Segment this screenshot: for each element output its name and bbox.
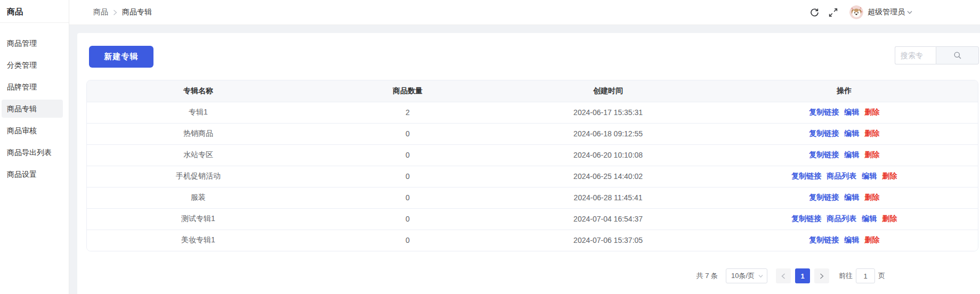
search-button[interactable] <box>936 46 979 64</box>
breadcrumb-current: 商品专辑 <box>122 7 152 17</box>
table-row: 水站专区 0 2024-06-20 10:10:08 复制链接编辑删除 <box>87 144 978 166</box>
chevron-left-icon <box>781 273 785 279</box>
delete-action[interactable]: 删除 <box>864 150 879 159</box>
product-count-cell: 0 <box>310 208 506 230</box>
create-album-button[interactable]: 新建专辑 <box>89 46 153 68</box>
user-menu[interactable]: 超级管理员 <box>868 7 912 17</box>
table-row: 美妆专辑1 0 2024-07-06 15:37:05 复制链接编辑删除 <box>87 230 978 251</box>
copy-link-action[interactable]: 复制链接 <box>809 150 839 159</box>
edit-action[interactable]: 编辑 <box>862 172 877 180</box>
album-name-cell: 水站专区 <box>87 144 310 166</box>
actions-cell: 复制链接编辑删除 <box>710 230 978 251</box>
album-name-cell: 专辑1 <box>87 102 310 123</box>
product-count-cell: 0 <box>310 187 506 208</box>
sidebar-item-goods-management[interactable]: 商品管理 <box>0 32 69 54</box>
breadcrumb-root[interactable]: 商品 <box>93 7 108 17</box>
delete-action[interactable]: 删除 <box>864 108 879 116</box>
actions-cell: 复制链接编辑删除 <box>710 123 978 144</box>
chevron-down-icon <box>907 10 912 14</box>
created-time-cell: 2024-06-20 10:10:08 <box>506 144 711 166</box>
product-count-cell: 0 <box>310 144 506 166</box>
user-avatar[interactable] <box>849 5 863 19</box>
topbar-actions: 超级管理员 <box>809 5 980 19</box>
copy-link-action[interactable]: 复制链接 <box>791 172 821 180</box>
chevron-right-icon <box>820 273 824 279</box>
created-time-cell: 2024-06-17 15:35:31 <box>506 102 711 123</box>
created-time-cell: 2024-07-06 15:37:05 <box>506 230 711 251</box>
search-input[interactable] <box>895 46 936 64</box>
product-list-action[interactable]: 商品列表 <box>827 214 856 223</box>
album-name-cell: 测试专辑1 <box>87 208 310 230</box>
table-row: 热销商品 0 2024-06-18 09:12:55 复制链接编辑删除 <box>87 123 978 144</box>
edit-action[interactable]: 编辑 <box>862 214 877 223</box>
edit-action[interactable]: 编辑 <box>844 150 859 159</box>
goto-page-input[interactable] <box>856 268 875 283</box>
sidebar-menu: 商品管理 分类管理 品牌管理 商品专辑 商品审核 商品导出列表 商品设置 <box>0 23 69 185</box>
column-header-product-count: 商品数量 <box>310 80 506 102</box>
copy-link-action[interactable]: 复制链接 <box>809 193 839 201</box>
created-time-cell: 2024-06-28 11:45:41 <box>506 187 711 208</box>
actions-cell: 复制链接商品列表编辑删除 <box>710 166 978 187</box>
sidebar-item-category-management[interactable]: 分类管理 <box>0 54 69 76</box>
edit-action[interactable]: 编辑 <box>844 108 859 116</box>
chevron-down-icon <box>758 274 763 278</box>
edit-action[interactable]: 编辑 <box>844 193 859 201</box>
table-row: 服装 0 2024-06-28 11:45:41 复制链接编辑删除 <box>87 187 978 208</box>
created-time-cell: 2024-06-18 09:12:55 <box>506 123 711 144</box>
created-time-cell: 2024-07-04 16:54:37 <box>506 208 711 230</box>
column-header-album-name: 专辑名称 <box>87 80 310 102</box>
delete-action[interactable]: 删除 <box>864 235 879 244</box>
sidebar: 商品 商品管理 分类管理 品牌管理 商品专辑 商品审核 商品导出列表 商品设置 <box>0 0 69 294</box>
actions-cell: 复制链接编辑删除 <box>710 144 978 166</box>
table-row: 专辑1 2 2024-06-17 15:35:31 复制链接编辑删除 <box>87 102 978 123</box>
edit-action[interactable]: 编辑 <box>844 129 859 137</box>
edit-action[interactable]: 编辑 <box>844 235 859 244</box>
copy-link-action[interactable]: 复制链接 <box>809 108 839 116</box>
top-bar: 商品 商品专辑 <box>69 0 980 25</box>
search-icon <box>953 51 962 60</box>
sidebar-item-brand-management[interactable]: 品牌管理 <box>0 76 69 98</box>
copy-link-action[interactable]: 复制链接 <box>809 129 839 137</box>
copy-link-action[interactable]: 复制链接 <box>791 214 821 223</box>
album-search <box>895 46 979 64</box>
delete-action[interactable]: 删除 <box>864 129 879 137</box>
user-name-label: 超级管理员 <box>868 7 905 17</box>
actions-cell: 复制链接编辑删除 <box>710 187 978 208</box>
sidebar-item-goods-albums[interactable]: 商品专辑 <box>0 98 69 120</box>
table-row: 测试专辑1 0 2024-07-04 16:54:37 复制链接商品列表编辑删除 <box>87 208 978 230</box>
table-header-row: 专辑名称 商品数量 创建时间 操作 <box>87 80 978 102</box>
sidebar-item-goods-review[interactable]: 商品审核 <box>0 120 69 142</box>
product-list-action[interactable]: 商品列表 <box>827 172 856 180</box>
created-time-cell: 2024-06-25 14:40:02 <box>506 166 711 187</box>
next-page-button[interactable] <box>814 268 829 283</box>
column-header-created-time: 创建时间 <box>506 80 711 102</box>
delete-action[interactable]: 删除 <box>882 172 897 180</box>
product-count-cell: 0 <box>310 166 506 187</box>
page-size-value: 10条/页 <box>731 271 755 281</box>
sidebar-title: 商品 <box>0 0 69 23</box>
copy-link-action[interactable]: 复制链接 <box>809 235 839 244</box>
delete-action[interactable]: 删除 <box>864 193 879 201</box>
delete-action[interactable]: 删除 <box>882 214 897 223</box>
product-count-cell: 0 <box>310 123 506 144</box>
content-panel: 新建专辑 专辑名称 商品数量 创建时间 操作 专辑1 <box>77 33 980 294</box>
album-name-cell: 手机促销活动 <box>87 166 310 187</box>
goto-label: 前往 <box>839 271 853 281</box>
page-number-active[interactable]: 1 <box>795 268 810 283</box>
album-name-cell: 服装 <box>87 187 310 208</box>
actions-cell: 复制链接商品列表编辑删除 <box>710 208 978 230</box>
column-header-actions: 操作 <box>710 80 978 102</box>
page-unit-label: 页 <box>878 271 885 281</box>
breadcrumb: 商品 商品专辑 <box>69 7 152 17</box>
table-row: 手机促销活动 0 2024-06-25 14:40:02 复制链接商品列表编辑删… <box>87 166 978 187</box>
chevron-right-icon <box>113 10 117 15</box>
refresh-icon[interactable] <box>809 7 819 17</box>
fullscreen-icon[interactable] <box>828 7 838 17</box>
prev-page-button[interactable] <box>776 268 791 283</box>
sidebar-item-goods-settings[interactable]: 商品设置 <box>0 164 69 185</box>
page-size-select[interactable]: 10条/页 <box>726 268 767 283</box>
sidebar-item-goods-export-list[interactable]: 商品导出列表 <box>0 142 69 164</box>
album-name-cell: 热销商品 <box>87 123 310 144</box>
product-count-cell: 0 <box>310 230 506 251</box>
total-count-label: 共 7 条 <box>696 271 718 281</box>
